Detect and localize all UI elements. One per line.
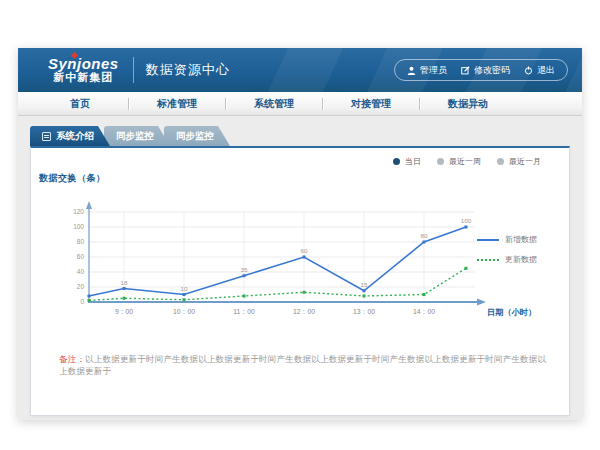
svg-text:9：00: 9：00 — [115, 308, 133, 315]
svg-text:35: 35 — [241, 266, 248, 273]
tab-sync-monitor-2[interactable]: 同步监控 — [164, 126, 230, 146]
nav-item-data-change[interactable]: 数据异动 — [420, 97, 516, 111]
svg-text:10：00: 10：00 — [173, 308, 195, 315]
range-option-last-month[interactable]: 最近一月 — [497, 156, 541, 167]
footnote-prefix: 备注： — [59, 354, 85, 364]
svg-text:12：00: 12：00 — [293, 308, 315, 315]
svg-text:60: 60 — [301, 247, 308, 254]
svg-text:80: 80 — [421, 232, 428, 239]
change-password-label: 修改密码 — [474, 64, 510, 77]
nav-item-home[interactable]: 首页 — [32, 97, 128, 111]
nav-item-standard-mgmt[interactable]: 标准管理 — [129, 97, 225, 111]
document-icon — [42, 132, 51, 141]
nav-item-system-mgmt[interactable]: 系统管理 — [226, 97, 322, 111]
svg-text:15: 15 — [361, 281, 368, 288]
app-header: Synjones 新中新集团 数据资源中心 管理员 修改密码 — [18, 48, 582, 92]
svg-text:13：00: 13：00 — [353, 308, 375, 315]
radio-icon — [437, 158, 444, 165]
tab-label: 同步监控 — [176, 130, 214, 143]
radio-icon — [497, 158, 504, 165]
range-option-label: 最近一月 — [509, 156, 541, 167]
svg-text:14：00: 14：00 — [413, 308, 435, 315]
svg-text:日期（小时）: 日期（小时） — [487, 308, 536, 317]
edit-icon — [461, 66, 470, 75]
y-axis-title: 数据交换（条） — [39, 172, 106, 185]
company-logo: Synjones 新中新集团 — [48, 56, 119, 83]
footnote: 备注：以上数据更新于时间产生数据以上数据更新于时间产生数据以上数据更新于时间产生… — [59, 354, 549, 378]
tab-sync-monitor-1[interactable]: 同步监控 — [104, 126, 170, 146]
line-swatch-solid — [477, 239, 499, 241]
tab-label: 系统介绍 — [56, 130, 94, 143]
range-option-label: 最近一周 — [449, 156, 481, 167]
current-user-label: 管理员 — [420, 64, 447, 77]
footnote-text: 以上数据更新于时间产生数据以上数据更新于时间产生数据以上数据更新于时间产生数据以… — [59, 354, 546, 376]
nav-item-interface-mgmt[interactable]: 对接管理 — [323, 97, 419, 111]
svg-text:10: 10 — [181, 285, 188, 292]
logo-text-en: Synjones — [48, 56, 119, 72]
svg-text:0: 0 — [80, 298, 84, 305]
range-selector: 当日 最近一周 最近一月 — [393, 156, 541, 167]
logout-label: 退出 — [537, 64, 555, 77]
series-label: 更新数据 — [505, 254, 537, 265]
header-divider — [133, 57, 134, 83]
range-option-label: 当日 — [405, 156, 421, 167]
svg-text:40: 40 — [77, 268, 85, 275]
line-swatch-dotted — [477, 259, 499, 261]
tab-strip: 系统介绍 同步监控 同步监控 — [30, 126, 570, 146]
user-icon — [407, 66, 416, 75]
app-window: Synjones 新中新集团 数据资源中心 管理员 修改密码 — [18, 48, 582, 420]
page-title: 数据资源中心 — [146, 61, 230, 79]
svg-text:120: 120 — [73, 208, 84, 215]
change-password-button[interactable]: 修改密码 — [461, 64, 510, 77]
series-legend: 新增数据 更新数据 — [477, 234, 555, 274]
logout-button[interactable]: 退出 — [524, 64, 555, 77]
line-chart: 9：0010：0011：0012：0013：0014：0002040608010… — [41, 193, 541, 331]
content-area: 系统介绍 同步监控 同步监控 当日 最近一周 — [18, 116, 582, 416]
svg-text:18: 18 — [121, 279, 128, 286]
radio-icon — [393, 158, 400, 165]
power-icon — [524, 66, 533, 75]
tab-system-intro[interactable]: 系统介绍 — [30, 126, 110, 146]
svg-text:80: 80 — [77, 238, 85, 245]
line-chart-svg: 9：0010：0011：0012：0013：0014：0002040608010… — [41, 193, 541, 331]
series-label: 新增数据 — [505, 234, 537, 245]
svg-text:11：00: 11：00 — [233, 308, 255, 315]
chart-panel: 当日 最近一周 最近一月 数据交换（条） 9：0010：0011：0012：00… — [30, 146, 570, 416]
current-user-button[interactable]: 管理员 — [407, 64, 447, 77]
logo-text-cn: 新中新集团 — [48, 72, 119, 84]
main-nav: 首页 标准管理 系统管理 对接管理 数据异动 — [18, 92, 582, 116]
svg-text:100: 100 — [73, 223, 84, 230]
legend-item-new-data: 新增数据 — [477, 234, 555, 245]
legend-item-update-data: 更新数据 — [477, 254, 555, 265]
svg-text:100: 100 — [461, 217, 472, 224]
user-toolbar: 管理员 修改密码 退出 — [394, 59, 568, 81]
range-option-today[interactable]: 当日 — [393, 156, 421, 167]
tab-label: 同步监控 — [116, 130, 154, 143]
svg-text:20: 20 — [77, 283, 85, 290]
range-option-last-week[interactable]: 最近一周 — [437, 156, 481, 167]
svg-text:60: 60 — [77, 253, 85, 260]
